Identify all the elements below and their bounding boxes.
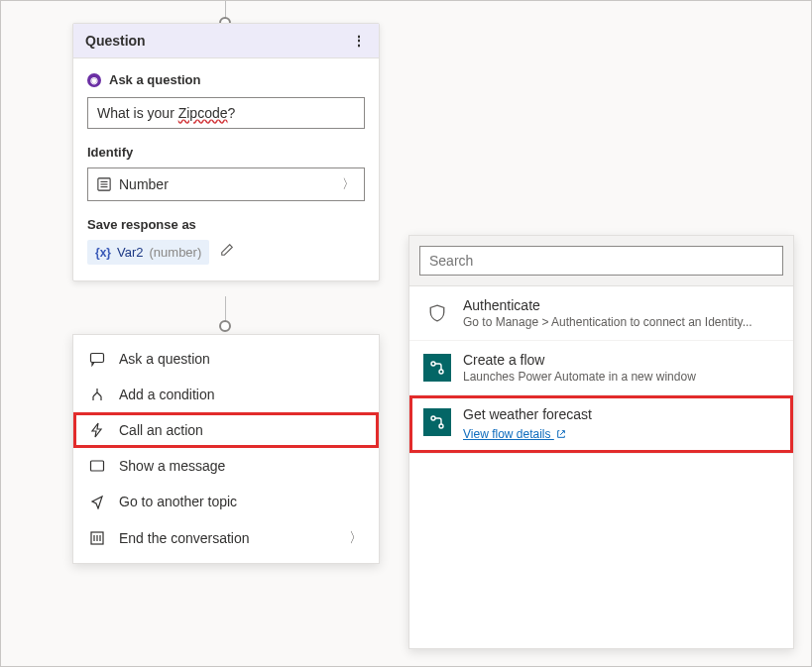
question-text-input[interactable]: What is your Zipcode? — [87, 97, 365, 129]
menu-item-go-to-another-topic[interactable]: Go to another topic — [73, 484, 379, 519]
question-type-icon: ◉ — [87, 73, 101, 87]
menu-item-call-an-action[interactable]: Call an action — [73, 412, 379, 448]
identify-value: Number — [119, 176, 169, 192]
menu-item-show-a-message[interactable]: Show a message — [73, 448, 379, 484]
svg-rect-4 — [91, 354, 104, 363]
action-title: Get weather forecast — [463, 406, 779, 422]
action-option-create-a-flow[interactable]: Create a flowLaunches Power Automate in … — [409, 341, 793, 395]
chevron-right-icon: 〉 — [342, 175, 355, 193]
variable-chip[interactable]: {x} Var2 (number) — [87, 240, 209, 265]
message-icon — [89, 458, 105, 474]
action-option-get-weather-forecast[interactable]: Get weather forecastView flow details — [409, 395, 793, 454]
action-subtitle: Launches Power Automate in a new window — [463, 370, 779, 384]
svg-rect-5 — [91, 461, 104, 471]
question-title: Question — [85, 33, 146, 49]
branch-icon — [89, 387, 105, 402]
end-icon — [89, 530, 105, 546]
svg-point-13 — [439, 424, 443, 428]
identify-selector[interactable]: Number 〉 — [87, 167, 365, 201]
svg-point-11 — [439, 370, 443, 374]
view-flow-details-link[interactable]: View flow details — [463, 427, 566, 441]
flow-icon — [423, 408, 451, 436]
action-title: Create a flow — [463, 352, 779, 368]
question-node: Question ⋮ ◉ Ask a question What is your… — [72, 23, 380, 281]
lightning-icon — [89, 422, 105, 438]
more-options-icon[interactable]: ⋮ — [351, 33, 367, 49]
menu-item-add-a-condition[interactable]: Add a condition — [73, 377, 379, 412]
identify-label: Identify — [87, 145, 365, 160]
variable-name: Var2 — [117, 245, 144, 260]
shield-icon — [423, 299, 451, 327]
menu-item-ask-a-question[interactable]: Ask a question — [73, 341, 379, 377]
menu-item-label: Show a message — [119, 458, 225, 474]
chevron-right-icon: 〉 — [349, 529, 363, 547]
menu-item-label: End the conversation — [119, 530, 250, 546]
ask-question-section-title: ◉ Ask a question — [87, 72, 365, 87]
variable-icon: {x} — [95, 246, 111, 260]
question-header: Question ⋮ — [73, 24, 379, 58]
edit-variable-icon[interactable] — [220, 243, 234, 260]
flow-icon — [423, 354, 451, 382]
search-input[interactable] — [419, 246, 783, 276]
menu-item-label: Add a condition — [119, 387, 215, 402]
chat-icon — [89, 351, 105, 367]
share-icon — [89, 494, 105, 509]
svg-point-12 — [431, 416, 435, 420]
action-picker-panel: AuthenticateGo to Manage > Authenticatio… — [408, 235, 794, 649]
add-node-menu: Ask a questionAdd a conditionCall an act… — [72, 334, 380, 564]
menu-item-label: Call an action — [119, 422, 203, 438]
variable-type: (number) — [150, 245, 202, 260]
menu-item-label: Ask a question — [119, 351, 210, 367]
number-type-icon — [97, 177, 111, 191]
menu-item-end-the-conversation[interactable]: End the conversation〉 — [73, 519, 379, 557]
action-option-authenticate[interactable]: AuthenticateGo to Manage > Authenticatio… — [409, 286, 793, 341]
action-title: Authenticate — [463, 297, 779, 313]
svg-point-10 — [431, 362, 435, 366]
save-response-label: Save response as — [87, 217, 365, 232]
action-subtitle: Go to Manage > Authentication to connect… — [463, 315, 779, 329]
menu-item-label: Go to another topic — [119, 494, 237, 509]
